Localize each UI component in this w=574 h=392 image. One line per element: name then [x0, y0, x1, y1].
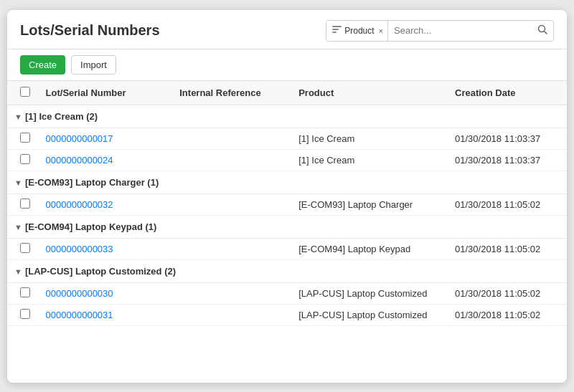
group-arrow: ▼	[14, 113, 22, 121]
lot-cell: 0000000000017	[39, 128, 173, 149]
lot-cell: 0000000000030	[39, 282, 173, 304]
product-cell: [1] Ice Cream	[291, 149, 448, 171]
svg-rect-0	[332, 26, 342, 27]
group-arrow: ▼	[14, 267, 22, 276]
row-checkbox-cell	[7, 238, 39, 259]
row-checkbox-cell	[7, 128, 39, 149]
product-cell: [1] Ice Cream	[291, 128, 448, 149]
main-window: Lots/Serial Numbers Product ×	[7, 10, 567, 383]
table-row: 0000000000024 [1] Ice Cream 01/30/2018 1…	[7, 149, 567, 171]
search-button[interactable]	[532, 21, 553, 41]
filter-tag-label: Product	[344, 26, 374, 36]
import-button[interactable]: Import	[71, 55, 116, 75]
lot-cell: 0000000000031	[39, 304, 173, 325]
table-row: 0000000000030 [LAP-CUS] Laptop Customize…	[7, 282, 567, 304]
header: Lots/Serial Numbers Product ×	[7, 10, 567, 49]
creation-date-cell: 01/30/2018 11:05:02	[448, 193, 567, 215]
creation-date-cell: 01/30/2018 11:03:37	[448, 149, 567, 171]
row-checkbox[interactable]	[20, 309, 30, 319]
group-row[interactable]: ▼[E-COM94] Laptop Keypad (1)	[7, 215, 567, 238]
row-checkbox-cell	[7, 282, 39, 304]
creation-date-cell: 01/30/2018 11:03:37	[448, 128, 567, 149]
filter-remove-button[interactable]: ×	[379, 27, 383, 35]
lot-link[interactable]: 0000000000031	[46, 310, 113, 320]
creation-date-cell: 01/30/2018 11:05:02	[448, 282, 567, 304]
search-bar: Product ×	[326, 20, 554, 42]
product-cell: [LAP-CUS] Laptop Customized	[291, 282, 448, 304]
lot-cell: 0000000000032	[39, 193, 173, 215]
product-cell: [E-COM94] Laptop Keypad	[291, 238, 448, 259]
table-area: Lot/Serial Number Internal Reference Pro…	[7, 81, 567, 369]
table-row: 0000000000032 [E-COM93] Laptop Charger 0…	[7, 193, 567, 215]
table-row: 0000000000033 [E-COM94] Laptop Keypad 01…	[7, 238, 567, 259]
internal-ref-cell	[172, 193, 291, 215]
search-input[interactable]	[388, 21, 532, 41]
row-checkbox-cell	[7, 193, 39, 215]
internal-ref-header: Internal Reference	[172, 81, 291, 105]
select-all-header	[7, 81, 39, 105]
group-row[interactable]: ▼[LAP-CUS] Laptop Customized (2)	[7, 259, 567, 282]
table-row: 0000000000017 [1] Ice Cream 01/30/2018 1…	[7, 128, 567, 149]
filter-tag: Product ×	[326, 21, 388, 41]
svg-line-4	[545, 32, 547, 34]
row-checkbox[interactable]	[20, 154, 30, 164]
creation-date-cell: 01/30/2018 11:05:02	[448, 304, 567, 325]
internal-ref-cell	[172, 238, 291, 259]
lot-link[interactable]: 0000000000024	[46, 155, 113, 166]
group-label: [E-COM93] Laptop Charger (1)	[25, 177, 159, 188]
lot-link[interactable]: 0000000000033	[46, 244, 113, 254]
internal-ref-cell	[172, 304, 291, 325]
group-label: [1] Ice Cream (2)	[25, 111, 98, 122]
select-all-checkbox[interactable]	[20, 87, 30, 97]
table-header-row: Lot/Serial Number Internal Reference Pro…	[7, 81, 567, 105]
group-label: [LAP-CUS] Laptop Customized (2)	[25, 266, 176, 277]
row-checkbox[interactable]	[20, 199, 30, 209]
list-filter-icon	[332, 26, 342, 36]
internal-ref-cell	[172, 149, 291, 171]
lot-cell: 0000000000033	[39, 238, 173, 259]
group-row[interactable]: ▼[E-COM93] Laptop Charger (1)	[7, 171, 567, 193]
row-checkbox[interactable]	[20, 287, 30, 297]
table-row: 0000000000031 [LAP-CUS] Laptop Customize…	[7, 304, 567, 325]
row-checkbox[interactable]	[20, 133, 30, 143]
toolbar: Create Import	[7, 49, 567, 81]
lot-link[interactable]: 0000000000030	[46, 288, 113, 299]
lot-link[interactable]: 0000000000032	[46, 199, 113, 210]
group-arrow: ▼	[14, 223, 22, 231]
lot-serial-header: Lot/Serial Number	[39, 81, 173, 105]
group-label: [E-COM94] Laptop Keypad (1)	[25, 221, 156, 232]
product-cell: [E-COM93] Laptop Charger	[291, 193, 448, 215]
lot-cell: 0000000000024	[39, 149, 173, 171]
creation-date-header: Creation Date	[448, 81, 567, 105]
create-button[interactable]: Create	[20, 55, 65, 75]
creation-date-cell: 01/30/2018 11:05:02	[448, 238, 567, 259]
lots-table: Lot/Serial Number Internal Reference Pro…	[7, 81, 567, 326]
internal-ref-cell	[172, 128, 291, 149]
product-cell: [LAP-CUS] Laptop Customized	[291, 304, 448, 325]
internal-ref-cell	[172, 282, 291, 304]
page-title: Lots/Serial Numbers	[20, 22, 160, 39]
svg-rect-1	[332, 29, 339, 30]
product-header: Product	[291, 81, 448, 105]
group-arrow: ▼	[14, 178, 22, 187]
lot-link[interactable]: 0000000000017	[46, 133, 113, 144]
row-checkbox-cell	[7, 149, 39, 171]
row-checkbox-cell	[7, 304, 39, 325]
group-row[interactable]: ▼[1] Ice Cream (2)	[7, 105, 567, 128]
svg-rect-2	[332, 32, 337, 33]
row-checkbox[interactable]	[20, 243, 30, 253]
footer-space	[7, 326, 567, 369]
